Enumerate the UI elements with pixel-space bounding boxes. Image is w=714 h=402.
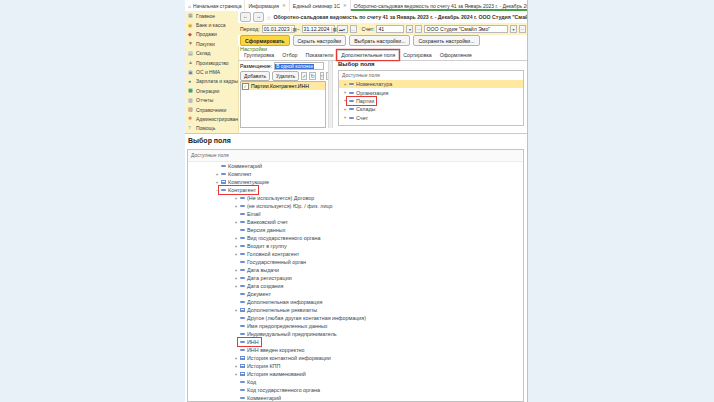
period-to-input[interactable]: 31.12.2024 ▦: [302, 25, 335, 33]
help-icon: ?: [188, 126, 194, 131]
sidebar-item-prodazhi[interactable]: ◆Продажи: [185, 30, 238, 39]
save-settings-button[interactable]: Сохранить настройки...: [413, 35, 479, 46]
forward-button[interactable]: →: [253, 12, 264, 22]
tree-item-label: Склады: [356, 106, 375, 112]
field-tree-item[interactable]: Другое (любая другая контактная информац…: [188, 314, 523, 322]
generate-button[interactable]: Сформировать: [240, 35, 290, 46]
favorite-star-icon[interactable]: ☆: [266, 14, 271, 21]
sidebar-item-otchety[interactable]: ▥Отчеты: [185, 96, 238, 105]
field-tree-item[interactable]: +История наименований: [188, 370, 523, 378]
period-from-input[interactable]: 01.01.2023 ▦: [262, 25, 295, 33]
period-preset-button[interactable]: ▬▾: [337, 25, 348, 33]
field-tree-item[interactable]: +Банковский счет: [188, 218, 523, 226]
close-icon[interactable]: ✕: [282, 3, 286, 8]
more-button[interactable]: …: [350, 25, 357, 33]
field-tree-item[interactable]: +Дополнительные реквизиты: [188, 306, 523, 314]
move-up-icon[interactable]: ↑: [320, 72, 325, 80]
pane-splitter[interactable]: [328, 61, 333, 128]
field-tree-item[interactable]: +История контактной информации: [188, 354, 523, 362]
field-tree-item[interactable]: +Склады: [339, 105, 523, 113]
sidebar-item-spravochniki[interactable]: ▧Справочники: [185, 105, 238, 114]
sidebar-item-glavnoe[interactable]: ▦Главное: [185, 11, 238, 20]
checkbox-icon[interactable]: ✓: [242, 83, 249, 90]
delete-field-button[interactable]: Удалить: [272, 71, 299, 81]
window-tab[interactable]: Оборотно-сальдовая ведомость по счету 41…: [351, 0, 527, 11]
settings-tab[interactable]: Оформление: [436, 50, 476, 60]
field-tree-item[interactable]: +Комплект: [188, 170, 523, 178]
field-tree-item[interactable]: Индивидуальный предприниматель: [188, 330, 523, 338]
add-field-button[interactable]: Добавить: [240, 71, 270, 81]
hide-settings-button[interactable]: Скрыть настройки: [293, 35, 347, 46]
window-tab[interactable]: ⌂Начальная страница: [185, 0, 245, 11]
window-tab[interactable]: Информация✕: [245, 0, 289, 11]
field-tree-item[interactable]: Код государственного органа: [188, 386, 523, 394]
field-tree-item[interactable]: +Входит в группу: [188, 242, 523, 250]
placement-combo[interactable]: В одной колонке: [274, 62, 324, 70]
field-tree-item[interactable]: +Головной контрагент: [188, 250, 523, 258]
tree-item-label: Организация: [356, 90, 389, 96]
dropdown-icon[interactable]: ▾: [406, 25, 413, 33]
field-tree-item[interactable]: Дополнительная информация: [188, 298, 523, 306]
field-tree-item[interactable]: Комментарий: [188, 162, 523, 170]
field-tree-item[interactable]: +Партии: [339, 97, 523, 105]
field-tree-item[interactable]: Версия данных: [188, 226, 523, 234]
field-tree-item[interactable]: Комментарий: [188, 394, 523, 402]
field-tree-item[interactable]: +Организация: [339, 88, 523, 96]
choose-icon[interactable]: ⋯: [415, 25, 422, 33]
selected-field-label: Партии.Контрагент.ИНН: [251, 83, 309, 89]
check-icon[interactable]: ✓: [301, 72, 307, 80]
account-input[interactable]: 41: [376, 25, 404, 33]
refresh-icon[interactable]: ↻: [309, 72, 315, 80]
sidebar-item-proizvodstvo[interactable]: ▲Производство: [185, 58, 238, 67]
selected-field-row[interactable]: ✓Партии.Контрагент.ИНН: [241, 82, 325, 90]
field-tree-item[interactable]: +(не используется) Юр. / физ. лицо: [188, 202, 523, 210]
settings-tab[interactable]: Показатели: [301, 50, 337, 60]
tree-item-label: (не используется) Юр. / физ. лицо: [247, 203, 332, 209]
close-icon[interactable]: ✕: [343, 3, 347, 8]
sidebar-item-os-nma[interactable]: ▣ОС и НМА: [185, 67, 238, 76]
sidebar-item-bank-kassa[interactable]: ◉Банк и касса: [185, 20, 238, 29]
field-tree-item[interactable]: +Комплектующие: [188, 178, 523, 186]
field-tree-item[interactable]: +Вид государственного органа: [188, 234, 523, 242]
field-tree-item[interactable]: +(Не используется) Договор: [188, 194, 523, 202]
field-chooser-title: Выбор поля: [338, 61, 528, 70]
choose-icon[interactable]: ⋯: [519, 25, 526, 33]
settings-tab[interactable]: Отбор: [278, 50, 301, 60]
available-fields-box: Доступные поля +Номенклатура+Организация…: [338, 70, 524, 126]
settings-tab[interactable]: Сортировка: [399, 50, 435, 60]
sidebar-item-operacii[interactable]: ▩Операции: [185, 86, 238, 95]
field-tree-item[interactable]: +Дата создания: [188, 282, 523, 290]
sidebar-item-administrirovanie[interactable]: ✱Администрирование: [185, 114, 238, 123]
field-tree-item[interactable]: ИНН введен корректно: [188, 346, 523, 354]
report-form: ← → ☆ Оборотно-сальдовая ведомость по сч…: [238, 11, 528, 133]
field-tree-item[interactable]: +Номенклатура: [339, 80, 523, 88]
field-tree-item[interactable]: +Дата регистрации: [188, 274, 523, 282]
sidebar-item-sklad[interactable]: ▤Склад: [185, 49, 238, 58]
attribute-icon: [240, 261, 245, 263]
field-tree-item[interactable]: +История КПП: [188, 362, 523, 370]
field-tree-item[interactable]: −Контрагент: [188, 186, 523, 194]
window-tab[interactable]: Единый семинар 1С✕: [290, 0, 351, 11]
tree-item-label: ИНН: [247, 339, 259, 345]
tree-item-label: Комментарий: [247, 395, 281, 401]
field-tree-item[interactable]: Государственный орган: [188, 258, 523, 266]
sidebar-item-label: Операции: [196, 88, 219, 94]
back-button[interactable]: ←: [240, 12, 251, 22]
settings-tab[interactable]: Дополнительные поля: [337, 50, 399, 60]
field-tree-item[interactable]: ИНН: [188, 338, 523, 346]
field-tree-item[interactable]: Email: [188, 210, 523, 218]
sidebar-item-pomosch[interactable]: ?Помощь: [185, 124, 238, 133]
field-tree-item[interactable]: +Дата выдачи: [188, 266, 523, 274]
field-tree-item[interactable]: Код: [188, 378, 523, 386]
settings-tab[interactable]: Группировка: [240, 50, 278, 60]
choose-settings-button[interactable]: Выбрать настройки...: [349, 35, 410, 46]
field-tree-item[interactable]: Имя предопределенных данных: [188, 322, 523, 330]
field-tree-item[interactable]: Документ: [188, 290, 523, 298]
tree-item-content: Входит в группу: [239, 243, 288, 249]
attribute-icon: [240, 381, 245, 383]
organization-input[interactable]: ООО Студия "Смайл Эмо": [424, 25, 508, 33]
field-tree-item[interactable]: +Счет: [339, 114, 523, 122]
sidebar-item-zarplata-kadry[interactable]: ●Зарплата и кадры: [185, 77, 238, 86]
dropdown-icon[interactable]: ▾: [510, 25, 517, 33]
sidebar-item-pokupki[interactable]: ▼Покупки: [185, 39, 238, 48]
